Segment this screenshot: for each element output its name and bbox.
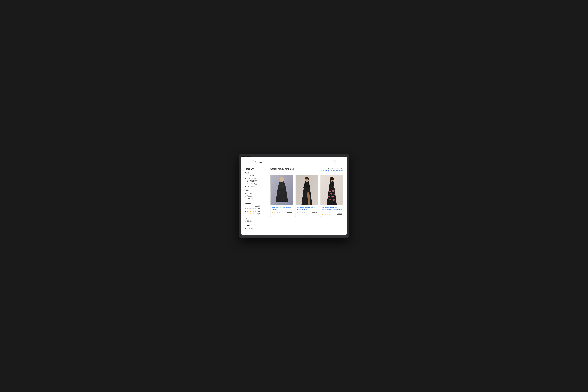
star-empty-icon: ★ [251, 210, 253, 213]
star-filled-icon: ★ [322, 213, 323, 215]
star-filled-icon: ★ [297, 211, 298, 213]
list-item[interactable]: 51 TO 100 (0) [247, 177, 268, 180]
neck-filter-list: Collar (1) Polo (1) Round (1) [245, 192, 268, 200]
product-name-1[interactable]: SOKY SOKA DRESS BLACK 60003-3 [272, 206, 292, 210]
star-empty-icon: ★ [248, 205, 250, 208]
rating-stars-2: ★ ★ ★ ★ ★ [247, 208, 254, 210]
list-item[interactable]: ★ ★ ★ ★ ★ & Up (3) [247, 205, 268, 208]
laptop-screen: Filter By Retail * TO 50 (3) 51 TO 100 (… [241, 157, 347, 234]
star-empty-icon: ★ [328, 213, 330, 215]
product-price-3: US$ 30 [337, 213, 342, 215]
rating-stars-3: ★ ★ ★ ★ ★ [247, 210, 254, 213]
ratings-filter-list: ★ ★ ★ ★ ★ & Up (3) [245, 205, 268, 215]
rating-label: & Up (3) [255, 205, 260, 208]
search-input[interactable] [258, 161, 333, 164]
list-item[interactable]: BLACK (3) [247, 227, 268, 230]
star-filled-icon: ★ [247, 210, 248, 213]
star-empty-icon: ★ [251, 208, 253, 210]
sort-by-relevance-link[interactable]: Sort By Relevance [331, 170, 343, 172]
star-empty-icon: ★ [304, 211, 305, 213]
list-item[interactable]: Slim (3) [247, 220, 268, 222]
sort-by-rating-link[interactable]: Sort By Rating [320, 170, 329, 172]
svg-point-20 [334, 194, 336, 195]
list-item[interactable]: ★ ★ ★ ★ ★ & Up (0) [247, 210, 268, 213]
search-query-bold: black [288, 168, 294, 170]
star-empty-icon: ★ [300, 211, 302, 213]
product-card-2[interactable]: EVA & LOLA DRESS ROYAL BLACK 60008-2 ★ ★… [295, 174, 318, 217]
product-info-3: EVA & LOLA FLOWERS DRESS ROYAL BLACK 600… [320, 205, 343, 216]
star-filled-icon: ★ [250, 213, 251, 215]
filter-title: Filter By [245, 168, 268, 170]
results-meta: Results 1 - 3 of about 3 Sort By Rating … [320, 168, 343, 172]
star-filled-icon: ★ [247, 213, 248, 215]
laptop-notch [241, 156, 251, 157]
search-bar-container [252, 160, 336, 165]
svg-point-16 [330, 193, 332, 194]
list-item[interactable]: Round (1) [247, 198, 268, 200]
ratings-section-title: Ratings [245, 202, 268, 204]
colors-filter-list: BLACK (3) [245, 227, 268, 230]
product-name-3[interactable]: EVA & LOLA FLOWERS DRESS ROYAL BLACK 600… [322, 206, 342, 212]
product-card-3[interactable]: EVA & LOLA FLOWERS DRESS ROYAL BLACK 600… [320, 174, 343, 217]
star-filled-icon: ★ [251, 213, 253, 215]
sidebar: Filter By Retail * TO 50 (3) 51 TO 100 (… [245, 168, 268, 232]
list-item[interactable]: 201 TO 0 (0) [247, 185, 268, 188]
product-stars-2: ★ ★ ★ ★ ★ [297, 211, 305, 213]
main-layout: Filter By Retail * TO 50 (3) 51 TO 100 (… [245, 168, 343, 232]
neck-section-title: Neck [245, 190, 268, 192]
sort-links: Sort By Rating / Sort By Relevance [320, 170, 343, 172]
star-filled-icon: ★ [272, 211, 273, 213]
results-title: Search results for black [270, 168, 294, 170]
screen-content: Filter By Retail * TO 50 (3) 51 TO 100 (… [241, 157, 347, 234]
svg-point-21 [330, 198, 331, 200]
star-empty-icon: ★ [323, 213, 325, 215]
rating-label: & Up (0) [255, 213, 260, 215]
star-empty-icon: ★ [298, 211, 300, 213]
retail-section-title: Retail [245, 172, 268, 174]
product-rating-row-2: ★ ★ ★ ★ ★ US$ 40 [297, 211, 317, 213]
svg-point-6 [283, 191, 285, 193]
product-rating-row-3: ★ ★ ★ ★ ★ US$ 30 [322, 213, 342, 215]
star-empty-icon: ★ [277, 211, 278, 213]
list-item[interactable]: 101 TO 150 (0) [247, 180, 268, 182]
star-empty-icon: ★ [274, 211, 275, 213]
star-filled-icon: ★ [247, 205, 248, 208]
list-item[interactable]: * TO 50 (3) [247, 174, 268, 177]
laptop-frame: Filter By Retail * TO 50 (3) 51 TO 100 (… [239, 154, 349, 238]
star-empty-icon: ★ [253, 213, 254, 215]
list-item[interactable]: 151 TO 200 (0) [247, 182, 268, 185]
star-empty-icon: ★ [253, 208, 254, 210]
svg-line-1 [256, 162, 256, 163]
filter-section-neck: Neck Collar (1) Polo (1) Round (1) [245, 190, 268, 200]
retail-filter-list: * TO 50 (3) 51 TO 100 (0) 101 TO 150 (0)… [245, 174, 268, 188]
star-empty-icon: ★ [251, 205, 253, 208]
svg-point-18 [328, 196, 330, 197]
star-filled-icon: ★ [248, 210, 250, 213]
star-empty-icon: ★ [253, 210, 254, 213]
star-filled-icon: ★ [250, 210, 251, 213]
star-empty-icon: ★ [325, 213, 326, 215]
svg-point-8 [282, 197, 284, 200]
rating-stars-1: ★ ★ ★ ★ ★ [247, 205, 254, 208]
svg-point-7 [280, 196, 282, 198]
star-empty-icon: ★ [275, 211, 277, 213]
products-area: Search results for black Results 1 - 3 o… [270, 168, 343, 232]
star-empty-icon: ★ [327, 213, 328, 215]
star-empty-icon: ★ [302, 211, 304, 213]
filter-section-fit: Fit Slim (3) [245, 217, 268, 222]
list-item[interactable]: ★ ★ ★ ★ ★ & Up (0) [247, 208, 268, 210]
star-empty-icon: ★ [250, 208, 251, 210]
fit-filter-list: Slim (3) [245, 220, 268, 222]
product-price-2: US$ 40 [312, 211, 317, 213]
svg-point-22 [333, 199, 335, 201]
list-item[interactable]: ★ ★ ★ ★ ★ & Up (0) [247, 213, 268, 215]
results-header: Search results for black Results 1 - 3 o… [270, 168, 343, 173]
product-stars-3: ★ ★ ★ ★ ★ [322, 213, 330, 215]
star-filled-icon: ★ [248, 213, 250, 215]
list-item[interactable]: Collar (1) [247, 192, 268, 195]
list-item[interactable]: Polo (1) [247, 195, 268, 198]
product-card-1[interactable]: SOKY SOKA DRESS BLACK 60003-3 ★ ★ ★ ★ ★ [270, 174, 294, 217]
product-rating-row-1: ★ ★ ★ ★ ★ US$ 50 [272, 211, 292, 213]
product-name-2[interactable]: EVA & LOLA DRESS ROYAL BLACK 60008-2 [297, 206, 317, 210]
product-stars-1: ★ ★ ★ ★ ★ [272, 211, 280, 213]
